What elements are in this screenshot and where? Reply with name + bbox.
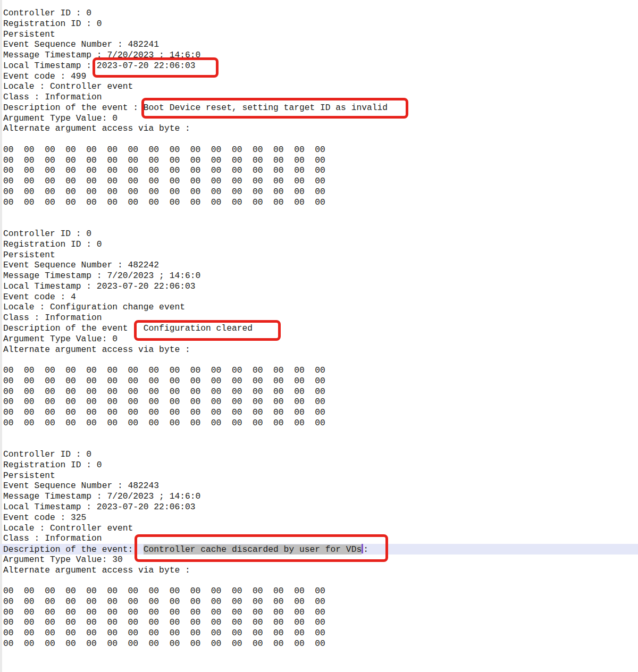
log-line: Locale : Controller event [0, 523, 638, 534]
log-line: Event code : 499 [0, 71, 638, 82]
log-viewer-page: Controller ID : 0Registration ID : 0Pers… [0, 0, 638, 672]
blank-line [0, 649, 638, 660]
hex-row: 00 00 00 00 00 00 00 00 00 00 00 00 00 0… [0, 365, 638, 376]
blank-line [0, 218, 638, 229]
description-label: Description of the event [3, 323, 144, 333]
hex-row: 00 00 00 00 00 00 00 00 00 00 00 00 00 0… [0, 407, 638, 418]
blank-line [0, 134, 638, 145]
hex-row: 00 00 00 00 00 00 00 00 00 00 00 00 00 0… [0, 387, 638, 397]
hex-row: 00 00 00 00 00 00 00 00 00 00 00 00 00 0… [0, 639, 638, 649]
log-line: Event Sequence Number : 482243 [0, 481, 638, 491]
hex-row: 00 00 00 00 00 00 00 00 00 00 00 00 00 0… [0, 176, 638, 187]
description-value: Configuration cleared [144, 323, 253, 333]
event-block-482243: Controller ID : 0Registration ID : 0Pers… [0, 449, 638, 670]
log-line: Alternate argument access via byte : [0, 565, 638, 576]
hex-row: 00 00 00 00 00 00 00 00 00 00 00 00 00 0… [0, 155, 638, 166]
description-value: Boot Device reset, setting target ID as … [144, 103, 388, 113]
log-line: Event Sequence Number : 482242 [0, 260, 638, 271]
log-line: Message Timestamp : 7/20/2023 ; 14:6:0 [0, 491, 638, 502]
hex-row: 00 00 00 00 00 00 00 00 00 00 00 00 00 0… [0, 187, 638, 197]
blank-line [0, 659, 638, 670]
hex-row: 00 00 00 00 00 00 00 00 00 00 00 00 00 0… [0, 586, 638, 597]
log-line: Argument Type Value: 30 [0, 555, 638, 565]
hex-row: 00 00 00 00 00 00 00 00 00 00 00 00 00 0… [0, 145, 638, 155]
log-line: Controller ID : 0 [0, 8, 638, 19]
log-line: Registration ID : 0 [0, 460, 638, 471]
blank-line [0, 575, 638, 586]
log-line: Argument Type Value: 0 [0, 113, 638, 124]
event-block-482241: Controller ID : 0Registration ID : 0Pers… [0, 8, 638, 229]
log-content[interactable]: Controller ID : 0Registration ID : 0Pers… [0, 8, 638, 670]
log-line: Registration ID : 0 [0, 19, 638, 29]
hex-row: 00 00 00 00 00 00 00 00 00 00 00 00 00 0… [0, 165, 638, 176]
selected-text: Controller cache discarded by user for V… [144, 544, 362, 555]
log-line: Description of the event Configuration c… [0, 323, 638, 334]
log-line: Class : Information [0, 92, 638, 103]
log-line: Controller ID : 0 [0, 449, 638, 460]
hex-row: 00 00 00 00 00 00 00 00 00 00 00 00 00 0… [0, 628, 638, 639]
log-line: Description of the event : Boot Device r… [0, 103, 638, 113]
event-block-482242: Controller ID : 0Registration ID : 0Pers… [0, 229, 638, 449]
log-line: Class : Information [0, 313, 638, 323]
log-line: Alternate argument access via byte : [0, 345, 638, 355]
log-line: Controller ID : 0 [0, 229, 638, 239]
log-line: Alternate argument access via byte : [0, 123, 638, 134]
log-line: Event code : 325 [0, 513, 638, 523]
log-line: Event code : 4 [0, 292, 638, 303]
hex-row: 00 00 00 00 00 00 00 00 00 00 00 00 00 0… [0, 597, 638, 607]
description-label: Description of the event : [3, 103, 144, 113]
log-line: Local Timestamp : 2023-07-20 22:06:03 [0, 502, 638, 513]
hex-row: 00 00 00 00 00 00 00 00 00 00 00 00 00 0… [0, 397, 638, 407]
hex-row: 00 00 00 00 00 00 00 00 00 00 00 00 00 0… [0, 418, 638, 429]
log-line: Event Sequence Number : 482241 [0, 39, 638, 50]
hex-row: 00 00 00 00 00 00 00 00 00 00 00 00 00 0… [0, 607, 638, 618]
log-line: Message Timestamp : 7/20/2023 ; 14:6:0 [0, 50, 638, 61]
blank-line [0, 439, 638, 449]
log-line: Class : Information [0, 533, 638, 544]
log-line: Locale : Configuration change event [0, 302, 638, 313]
description-suffix: : [363, 544, 368, 555]
blank-line [0, 208, 638, 219]
hex-row: 00 00 00 00 00 00 00 00 00 00 00 00 00 0… [0, 197, 638, 208]
log-line: Local Timestamp : 2023-07-20 22:06:03 [0, 61, 638, 71]
hex-row: 00 00 00 00 00 00 00 00 00 00 00 00 00 0… [0, 376, 638, 387]
description-label: Description of the event: [3, 544, 144, 555]
log-line: Persistent [0, 250, 638, 261]
blank-line [0, 429, 638, 439]
log-line: Local Timestamp : 2023-07-20 22:06:03 [0, 281, 638, 292]
log-line: Message Timestamp : 7/20/2023 ; 14:6:0 [0, 271, 638, 281]
blank-line [0, 355, 638, 365]
log-line: Persistent [0, 29, 638, 40]
log-line: Locale : Controller event [0, 81, 638, 92]
log-line: Registration ID : 0 [0, 239, 638, 250]
log-line: Description of the event: Controller cac… [0, 544, 638, 555]
log-line: Persistent [0, 471, 638, 481]
log-line: Argument Type Value: 0 [0, 334, 638, 345]
hex-row: 00 00 00 00 00 00 00 00 00 00 00 00 00 0… [0, 617, 638, 628]
